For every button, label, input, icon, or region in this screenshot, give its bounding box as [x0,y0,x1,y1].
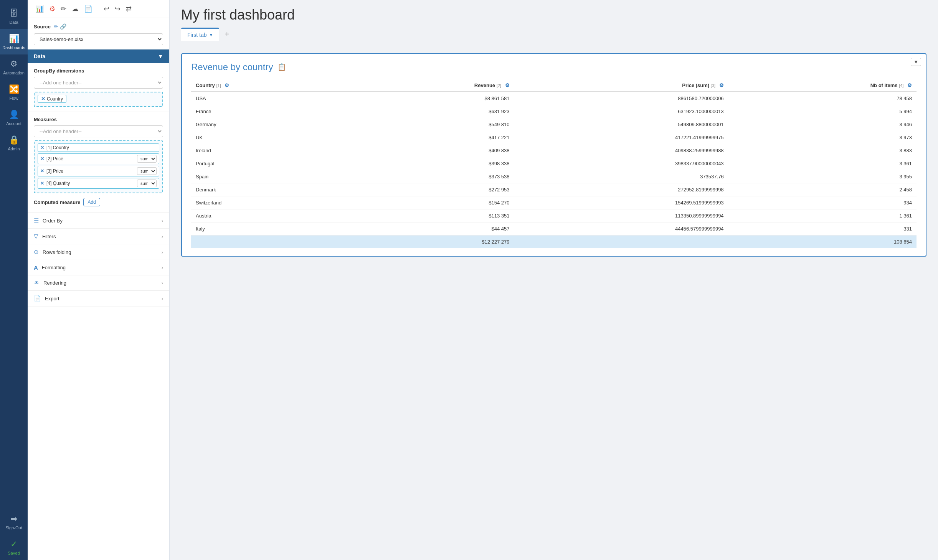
document-icon[interactable]: 📄 [83,3,94,15]
accordion-rows-folding[interactable]: ⊙ Rows folding › [28,244,169,260]
data-table: Country [1] ⚙ Revenue [2] ⚙ Price (sum) … [191,79,917,248]
data-section-label: Data [34,53,45,59]
bar-chart-icon[interactable]: 📊 [34,3,45,15]
col-price-header: Price (sum) [3] ⚙ [514,79,728,92]
tab-first[interactable]: First tab ▼ [181,28,219,41]
source-edit-btn[interactable]: ✏ [54,23,58,30]
nav-saved-label: Saved [8,551,20,555]
nav-account[interactable]: 👤 Account [0,105,28,130]
cell-items: 2 458 [728,183,917,196]
remove-measure-4[interactable]: ✕ [40,181,44,186]
remove-measure-1[interactable]: ✕ [40,145,44,150]
swap-icon[interactable]: ⇄ [124,3,133,15]
cell-revenue: $549 810 [350,118,514,131]
col-items-label: Nb of items [870,82,899,88]
cloud-icon[interactable]: ☁ [70,3,80,15]
col-revenue-header: Revenue [2] ⚙ [350,79,514,92]
tab-dropdown-icon[interactable]: ▼ [209,33,213,37]
nav-dashboards[interactable]: 📊 Dashboards [0,29,28,54]
cell-items: 3 955 [728,170,917,183]
cell-items: 3 973 [728,131,917,144]
automation-icon: ⚙ [10,59,18,69]
accordion-filters[interactable]: ▽ Filters › [28,229,169,244]
accordion-formatting-label: Formatting [42,265,66,270]
data-section-header[interactable]: Data ▼ [28,49,169,63]
nav-saved[interactable]: ✓ Saved [0,535,28,560]
cell-revenue: $631 923 [350,105,514,118]
nav-signout[interactable]: ➡ Sign-Out [0,509,28,535]
cell-revenue: $409 838 [350,144,514,157]
table-row: Portugal $398 338 398337.90000000043 3 3… [191,157,917,170]
accordion-filters-label: Filters [42,234,56,239]
nav-account-label: Account [6,121,21,126]
col-revenue-gear[interactable]: ⚙ [505,82,510,88]
col-country-gear[interactable]: ⚙ [225,82,229,88]
order-by-icon: ☰ [34,217,39,224]
nav-data[interactable]: 🗄 Data [0,4,28,29]
col-items-gear[interactable]: ⚙ [907,82,912,88]
measure-4: ✕ [4] Quantity sum [38,178,159,189]
order-by-chevron: › [162,218,163,224]
measure-1: ✕ [1] Country [38,143,159,152]
widget-header: Revenue by country 📋 [191,62,917,72]
remove-measure-3[interactable]: ✕ [40,168,44,174]
rendering-chevron: › [162,280,163,286]
dimension-tag-country[interactable]: ✕ Country [38,95,66,103]
remove-country-btn[interactable]: ✕ [41,96,45,102]
undo-icon[interactable]: ↩ [102,3,111,15]
redo-icon[interactable]: ↪ [113,3,122,15]
signout-icon: ➡ [10,514,17,524]
measure-3-agg[interactable]: sum [137,167,157,175]
measures-select[interactable]: --Add one header-- [34,125,163,137]
saved-icon: ✓ [10,539,17,549]
source-select[interactable]: Sales-demo-en.xlsx [34,33,163,45]
table-header-row: Country [1] ⚙ Revenue [2] ⚙ Price (sum) … [191,79,917,92]
accordion-rows-folding-label: Rows folding [43,249,71,255]
measure-4-agg[interactable]: sum [137,180,157,187]
table-row: France $631 923 631923.1000000013 5 994 [191,105,917,118]
nav-flow[interactable]: 🔀 Flow [0,80,28,105]
cell-price: 549809.8800000001 [514,118,728,131]
settings-icon[interactable]: ⚙ [48,3,57,15]
export-icon: 📄 [34,295,41,302]
tab-add-btn[interactable]: + [221,28,232,40]
cell-country: Austria [191,209,350,222]
remove-measure-2[interactable]: ✕ [40,156,44,161]
groupby-select[interactable]: --Add one header-- [34,77,163,89]
cell-revenue: $398 338 [350,157,514,170]
pencil-icon[interactable]: ✏ [59,3,68,15]
formatting-icon: A [34,264,38,271]
accordion-export[interactable]: 📄 Export › [28,291,169,306]
sidebar: 📊 ⚙ ✏ ☁ 📄 ↩ ↪ ⇄ Source ✏ 🔗 Sales-demo-en… [28,0,170,560]
source-link-btn[interactable]: 🔗 [60,23,66,30]
measure-2-agg[interactable]: sum [137,155,157,163]
filters-chevron: › [162,234,163,239]
col-country-num: [1] [216,83,221,88]
col-price-gear[interactable]: ⚙ [719,82,724,88]
cell-revenue: $154 270 [350,196,514,209]
total-row: $12 227 279 108 654 [191,236,917,249]
data-icon: 🗄 [10,8,18,18]
table-row: Switzerland $154 270 154269.51999999993 … [191,196,917,209]
table-row: Germany $549 810 549809.8800000001 3 946 [191,118,917,131]
csv-icon: 📋 [277,63,286,71]
tab-first-label: First tab [187,32,207,38]
nav-dashboards-label: Dashboards [2,45,25,50]
widget-menu-btn[interactable]: ▼ [911,58,921,66]
nav-admin[interactable]: 🔒 Admin [0,130,28,156]
cell-price: 44456.579999999994 [514,222,728,236]
table-row: Italy $44 457 44456.579999999994 331 [191,222,917,236]
total-items: 108 654 [728,236,917,249]
account-icon: 👤 [9,110,19,120]
accordion-rendering[interactable]: 👁 Rendering › [28,275,169,291]
accordion-order-by[interactable]: ☰ Order By › [28,213,169,229]
col-items-num: [4] [899,83,903,88]
cell-price: 113350.89999999994 [514,209,728,222]
measures-box: ✕ [1] Country ✕ [2] Price sum ✕ [3] Pric… [34,140,163,193]
add-computed-btn[interactable]: Add [83,198,100,206]
accordion-formatting[interactable]: A Formatting › [28,260,169,275]
nav-automation[interactable]: ⚙ Automation [0,54,28,80]
col-price-num: [3] [711,83,715,88]
cell-country: Denmark [191,183,350,196]
computed-label: Computed measure [34,199,80,205]
